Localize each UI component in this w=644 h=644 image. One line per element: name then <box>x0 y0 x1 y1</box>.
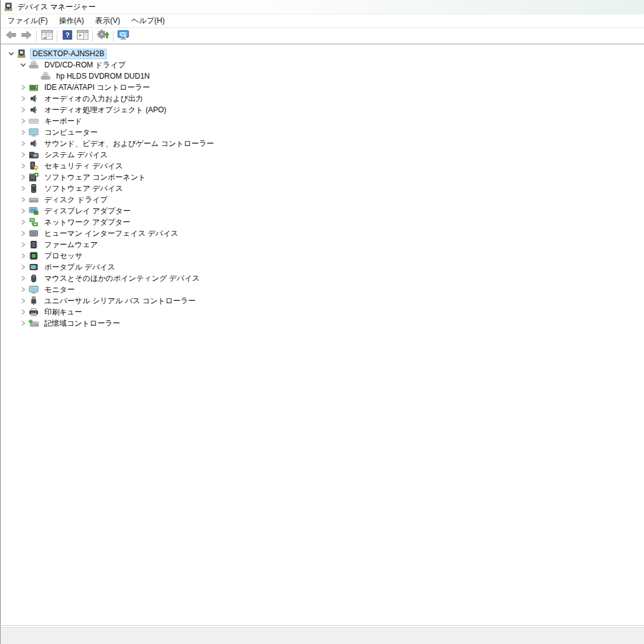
chevron-right-icon[interactable] <box>17 150 29 160</box>
menu-file[interactable]: ファイル(F) <box>2 14 53 28</box>
chevron-right-icon[interactable] <box>17 240 29 250</box>
toolbar-separator <box>113 31 114 42</box>
menu-help[interactable]: ヘルプ(H) <box>125 14 170 28</box>
chevron-right-icon[interactable] <box>17 296 29 306</box>
title-bar: デバイス マネージャー <box>1 0 644 14</box>
tree-item[interactable]: hp HLDS DVDROM DUD1N <box>1 71 644 82</box>
show-console-tree-icon <box>41 30 53 42</box>
toolbar-separator <box>36 31 37 42</box>
tree-item[interactable]: ヒューマン インターフェイス デバイス <box>1 228 644 239</box>
device-manager-app-icon <box>4 2 14 12</box>
tree-item-label: マウスとそのほかのポインティング デバイス <box>42 273 202 284</box>
tree-item-label: hp HLDS DVDROM DUD1N <box>54 71 152 82</box>
tree-item[interactable]: システム デバイス <box>1 149 644 160</box>
tree-item-label: DVD/CD-ROM ドライブ <box>42 60 128 71</box>
chevron-right-icon[interactable] <box>17 285 29 295</box>
tree-item-label: ヒューマン インターフェイス デバイス <box>42 228 181 239</box>
window-title: デバイス マネージャー <box>17 2 96 12</box>
printer-icon <box>29 307 39 317</box>
tree-item-label: キーボード <box>42 116 85 127</box>
tree-item[interactable]: オーディオの入力および出力 <box>1 93 644 104</box>
show-console-tree-button[interactable] <box>39 29 54 43</box>
svg-text:?: ? <box>66 31 70 39</box>
menu-action[interactable]: 操作(A) <box>53 14 89 28</box>
ide-controller-icon <box>29 82 39 92</box>
chevron-right-icon[interactable] <box>17 228 29 238</box>
tree-item[interactable]: サウンド、ビデオ、およびゲーム コントローラー <box>1 138 644 149</box>
tree-item-label: ポータブル デバイス <box>42 262 118 273</box>
chevron-right-icon[interactable] <box>17 172 29 182</box>
tree-item[interactable]: プロセッサ <box>1 250 644 261</box>
back-button[interactable] <box>4 29 19 43</box>
software-component-icon <box>29 172 39 182</box>
device-tree: DESKTOP-AJNSH2BDVD/CD-ROM ドライブhp HLDS DV… <box>1 46 644 626</box>
update-driver-button[interactable] <box>95 29 110 43</box>
tree-item-label: サウンド、ビデオ、およびゲーム コントローラー <box>42 139 217 149</box>
cd-drive-icon <box>29 60 39 70</box>
forward-button[interactable] <box>19 29 34 43</box>
tree-item[interactable]: DVD/CD-ROM ドライブ <box>1 59 644 71</box>
tree-item[interactable]: 印刷キュー <box>1 306 644 318</box>
forward-arrow-icon <box>21 31 32 42</box>
tree-item-label: 印刷キュー <box>42 307 85 318</box>
chevron-right-icon[interactable] <box>17 206 29 216</box>
show-action-pane-icon <box>77 30 89 42</box>
back-arrow-icon <box>6 31 17 42</box>
tree-item[interactable]: DESKTOP-AJNSH2B <box>1 48 644 59</box>
tree-item-label: プロセッサ <box>42 251 85 261</box>
monitor-icon <box>29 127 39 137</box>
chevron-right-icon[interactable] <box>17 195 29 205</box>
chevron-right-icon[interactable] <box>17 139 29 149</box>
chevron-right-icon[interactable] <box>17 127 29 137</box>
keyboard-icon <box>29 116 39 126</box>
help-button[interactable]: ? <box>60 29 75 43</box>
audio-icon <box>29 105 39 115</box>
chevron-down-icon[interactable] <box>17 60 29 70</box>
tree-item[interactable]: ポータブル デバイス <box>1 261 644 273</box>
chevron-right-icon[interactable] <box>17 82 29 92</box>
tree-item[interactable]: モニター <box>1 284 644 295</box>
software-device-icon <box>29 183 39 193</box>
chevron-right-icon[interactable] <box>17 161 29 171</box>
tree-item[interactable]: ネットワーク アダプター <box>1 217 644 228</box>
toolbar-separator <box>92 31 93 42</box>
tree-item-label: ユニバーサル シリアル バス コントローラー <box>42 296 198 306</box>
chevron-right-icon[interactable] <box>17 318 29 328</box>
tree-item[interactable]: マウスとそのほかのポインティング デバイス <box>1 273 644 284</box>
tree-item[interactable]: キーボード <box>1 115 644 127</box>
chevron-spacer <box>29 71 41 81</box>
show-action-pane-button[interactable] <box>75 29 90 43</box>
chevron-right-icon[interactable] <box>17 251 29 261</box>
tree-item-label: IDE ATA/ATAPI コントローラー <box>42 82 152 93</box>
chevron-right-icon[interactable] <box>17 94 29 104</box>
toolbar-separator <box>57 31 57 42</box>
tree-item[interactable]: ソフトウェア デバイス <box>1 183 644 194</box>
chevron-right-icon[interactable] <box>17 217 29 227</box>
security-device-icon <box>29 161 39 171</box>
chevron-down-icon[interactable] <box>5 49 17 59</box>
tree-item[interactable]: セキュリティ デバイス <box>1 160 644 172</box>
tree-item[interactable]: コンピューター <box>1 127 644 138</box>
tree-item[interactable]: ディスプレイ アダプター <box>1 205 644 217</box>
toolbar: ? <box>1 28 644 44</box>
tree-item[interactable]: ユニバーサル シリアル バス コントローラー <box>1 295 644 306</box>
tree-item[interactable]: ファームウェア <box>1 239 644 250</box>
tree-item-label: DESKTOP-AJNSH2B <box>30 49 107 59</box>
chevron-right-icon[interactable] <box>17 262 29 272</box>
system-device-icon <box>29 150 39 160</box>
help-icon: ? <box>62 30 72 42</box>
chevron-right-icon[interactable] <box>17 105 29 115</box>
tree-item[interactable]: IDE ATA/ATAPI コントローラー <box>1 82 644 93</box>
chevron-right-icon[interactable] <box>17 307 29 317</box>
menu-view[interactable]: 表示(V) <box>89 14 125 28</box>
chevron-right-icon[interactable] <box>17 273 29 283</box>
chevron-right-icon[interactable] <box>17 183 29 193</box>
tree-item[interactable]: ソフトウェア コンポーネント <box>1 172 644 183</box>
tree-item[interactable]: 記憶域コントローラー <box>1 318 644 329</box>
scan-hardware-changes-button[interactable] <box>116 29 131 43</box>
tree-item[interactable]: ディスク ドライブ <box>1 194 644 205</box>
processor-icon <box>29 251 39 261</box>
tree-item-label: 記憶域コントローラー <box>42 318 122 329</box>
chevron-right-icon[interactable] <box>17 116 29 126</box>
tree-item[interactable]: オーディオ処理オブジェクト (APO) <box>1 104 644 115</box>
